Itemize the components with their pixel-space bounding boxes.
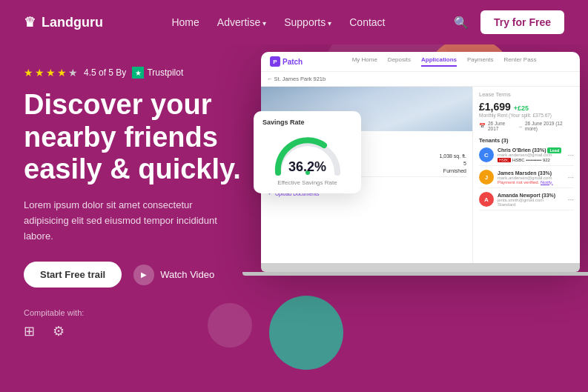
tenant-info-3: Amanda Newport (33%) jenia.smith@gmail.c…	[498, 193, 564, 207]
float-gauge: 36.2%	[271, 132, 345, 176]
nav-contact[interactable]: Contact	[349, 16, 385, 28]
hero-section: ★ ★ ★ ★ ★ 4.5 of 5 By ★ Trustpilot Disco…	[0, 44, 588, 392]
logo-icon: ♛	[24, 14, 36, 30]
hero-title: Discover your nearby friends easily & qu…	[24, 89, 261, 186]
prop-bed-value: 5	[463, 161, 466, 166]
lease-price-value: £1,699	[479, 101, 511, 113]
prop-sqft-value: 1,038 sq. ft.	[439, 153, 466, 159]
trustpilot-badge: ★ Trustpilot	[132, 67, 183, 79]
trustpilot-label: Trustpilot	[147, 67, 183, 78]
tenant-info-2: James Marsden (33%) mark.andersen@gmail.…	[498, 170, 564, 185]
breadcrumb-text: ← St. James Park 921b	[267, 76, 326, 82]
star-rating: ★ ★ ★ ★ ★	[24, 67, 78, 79]
tab-my-home[interactable]: My Home	[352, 56, 377, 67]
watch-video-button[interactable]: ▶ Watch Video	[133, 265, 214, 285]
lease-price: £1,699 +£25	[479, 101, 574, 113]
tenant-more-2[interactable]: ···	[568, 173, 574, 182]
nav-supports[interactable]: Supports▾	[284, 16, 331, 28]
tenant-avatar-3: A	[479, 192, 494, 207]
app-logo: P Patch	[270, 56, 303, 67]
calendar-icon: 📅	[479, 123, 486, 129]
star-4: ★	[57, 67, 67, 79]
platform-icons: ⊞ ⚙	[24, 323, 261, 339]
float-eff-label: Effective Savings Rate	[262, 179, 352, 186]
star-2: ★	[35, 67, 44, 79]
lease-panel: Lease Terms £1,699 +£25 Monthly Rent (Yo…	[472, 87, 580, 263]
hsbc-icon: HSBC	[498, 158, 511, 162]
hero-title-line1: Discover your	[24, 89, 211, 120]
star-1: ★	[24, 67, 33, 79]
rating-row: ★ ★ ★ ★ ★ 4.5 of 5 By ★ Trustpilot	[24, 67, 261, 79]
hsbc-label: HSBC •••••••••• 922	[512, 158, 550, 162]
compatible-label: Compitable with:	[24, 308, 261, 317]
notify-link[interactable]: Notify.	[541, 180, 553, 185]
hero-title-line3: easily & quickly.	[24, 153, 241, 185]
tenant-more-3[interactable]: ···	[568, 196, 574, 204]
try-free-button[interactable]: Try for Free	[480, 10, 564, 34]
app-logo-text: Patch	[283, 58, 303, 66]
search-icon[interactable]: 🔍	[454, 16, 469, 30]
tab-applications[interactable]: Applications	[421, 56, 457, 67]
hero-title-line2: nearby friends	[24, 122, 218, 153]
tenant-item-1: C Chris O'Brien (33%) Lead mark.andersen…	[479, 147, 574, 166]
lease-monthly: Monthly Rent (Your split: £375.67)	[479, 113, 574, 118]
tenant-info-1: Chris O'Brien (33%) Lead mark.andersen@g…	[498, 147, 564, 162]
laptop-foot	[242, 272, 588, 276]
laptop-base	[261, 263, 580, 272]
app-topbar: P Patch My Home Deposits Applications Pa…	[261, 52, 580, 72]
prop-status-value: Furnished	[443, 168, 466, 173]
nav-links: Home Advertise▾ Supports▾ Contact	[171, 16, 385, 29]
watch-video-label: Watch Video	[160, 269, 214, 280]
trustpilot-icon: ★	[132, 67, 144, 79]
nav-advertise[interactable]: Advertise▾	[217, 16, 266, 28]
android-icon: ⚙	[53, 323, 65, 339]
hero-buttons: Start Free trail ▶ Watch Video	[24, 262, 261, 288]
navbar: ♛ Landguru Home Advertise▾ Supports▾ Con…	[0, 0, 588, 44]
tenant-name-3: Amanda Newport (33%)	[498, 193, 564, 198]
tab-renter-pass[interactable]: Renter Pass	[504, 56, 537, 67]
hero-description: Lorem ipsum dolor sit amet consectetur a…	[24, 198, 231, 244]
tab-payments[interactable]: Payments	[467, 56, 494, 67]
float-card-title: Savings Rate	[262, 119, 352, 126]
float-savings-percent: 36.2%	[288, 159, 326, 175]
lease-date-from: 26 June 2017	[488, 121, 515, 131]
app-logo-box: P	[270, 56, 280, 67]
play-icon: ▶	[133, 265, 154, 285]
tenant-status-2: Payment not verified. Notify.	[498, 180, 564, 185]
tenants-title: Tenants (3)	[479, 137, 574, 144]
lease-increase: +£25	[514, 104, 529, 112]
tenant-item-3: A Amanda Newport (33%) jenia.smith@gmail…	[479, 192, 574, 210]
tenant-name-1: Chris O'Brien (33%) Lead	[498, 147, 564, 153]
tenant-avatar-2: J	[479, 170, 494, 185]
windows-icon: ⊞	[24, 323, 35, 339]
tab-deposits[interactable]: Deposits	[388, 56, 411, 67]
lease-title: Lease Terms	[479, 91, 574, 98]
hero-left: ★ ★ ★ ★ ★ 4.5 of 5 By ★ Trustpilot Disco…	[24, 59, 261, 392]
logo-text: Landguru	[42, 15, 103, 30]
app-nav-tabs: My Home Deposits Applications Payments R…	[317, 56, 571, 67]
floating-savings-card: Savings Rate 36.2% Effective Savings Rat…	[254, 111, 361, 193]
tenant-standard-3: Standard	[498, 202, 564, 207]
star-3: ★	[46, 67, 56, 79]
star-5: ★	[68, 67, 78, 79]
hsbc-badge: HSBC HSBC •••••••••• 922	[498, 158, 564, 162]
lease-date-to: 26 June 2019 (12 more)	[525, 121, 574, 131]
nav-home[interactable]: Home	[171, 16, 199, 28]
logo: ♛ Landguru	[24, 14, 103, 30]
tenant-name-2: James Marsden (33%)	[498, 170, 564, 176]
lease-dates: 📅 26 June 2017 → 26 June 2019 (12 more)	[479, 121, 574, 131]
tenant-more-1[interactable]: ···	[568, 151, 574, 159]
rating-text: 4.5 of 5 By	[84, 67, 126, 78]
tenant-name-text-1: Chris O'Brien (33%)	[498, 147, 546, 153]
tenant-item-2: J James Marsden (33%) mark.andersen@gmai…	[479, 170, 574, 188]
nav-right: 🔍 Try for Free	[454, 10, 564, 34]
laptop-container: Savings Rate 36.2% Effective Savings Rat…	[261, 52, 580, 276]
hero-right: Savings Rate 36.2% Effective Savings Rat…	[261, 59, 580, 392]
lease-date-separator: →	[518, 124, 523, 129]
property-breadcrumb: ← St. James Park 921b	[261, 72, 580, 87]
tenant-avatar-1: C	[479, 147, 494, 162]
start-free-trail-button[interactable]: Start Free trail	[24, 262, 122, 288]
